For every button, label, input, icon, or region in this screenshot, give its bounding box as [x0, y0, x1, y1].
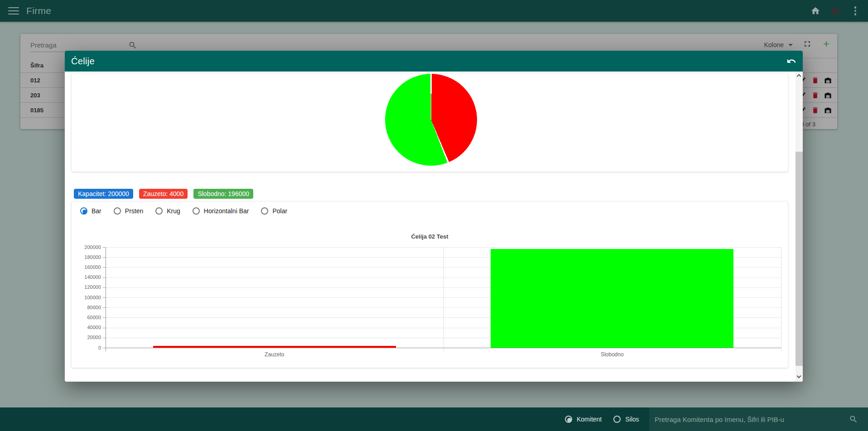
x-axis-label: Zauzeto: [106, 351, 444, 358]
warehouse-icon[interactable]: [824, 77, 832, 84]
undo-icon[interactable]: [786, 56, 796, 66]
sifra-cell: 203: [20, 92, 40, 99]
y-axis-label: 120000: [73, 284, 101, 290]
gridline: [781, 247, 781, 351]
modal-header: Ćelije: [65, 51, 803, 72]
row-actions: [799, 91, 837, 99]
scrollbar-thumb[interactable]: [796, 152, 803, 366]
scope-radio-silos[interactable]: Silos: [613, 416, 639, 423]
scope-radios: KomitentSilos: [565, 407, 639, 431]
y-axis-label: 160000: [73, 264, 101, 270]
chart-type-radios: BarPrstenKrugHorizontalni BarPolar: [80, 207, 287, 215]
y-axis-label: 40000: [73, 325, 101, 330]
celije-modal: Ćelije Kapacitet: 200000Zauzeto: 4000Slo…: [65, 51, 803, 382]
badges-row: Kapacitet: 200000Zauzeto: 4000Slobodno: …: [74, 189, 253, 199]
bottom-search-placeholder: Pretraga Komitenta po Imenu, Šifri ili P…: [655, 416, 784, 423]
scroll-up-icon[interactable]: [797, 74, 801, 79]
y-axis-label: 60000: [73, 315, 101, 320]
search-icon: [128, 41, 137, 50]
chart-type-radio-prsten[interactable]: Prsten: [114, 207, 143, 215]
row-actions: [799, 77, 837, 84]
y-axis-label: 80000: [73, 305, 101, 310]
radio-selected-icon: [565, 416, 572, 423]
delete-icon[interactable]: [811, 77, 819, 84]
radio-label: Bar: [92, 207, 101, 215]
status-badge: Slobodno: 196000: [193, 189, 253, 199]
gridline: [103, 348, 781, 348]
sifra-cell: 012: [20, 77, 40, 84]
status-badge: Zauzeto: 4000: [139, 189, 188, 199]
scroll-down-icon[interactable]: [797, 374, 801, 378]
radio-icon: [193, 207, 200, 215]
radio-label: Polar: [272, 207, 287, 215]
warehouse-icon[interactable]: [824, 106, 832, 114]
radio-label: Horizontalni Bar: [204, 207, 249, 215]
menu-icon[interactable]: [8, 7, 19, 14]
bar-chart-plot: 0200004000060000800001000001200001400001…: [106, 247, 781, 348]
bar-chart-title: Ćelija 02 Test: [72, 233, 788, 240]
radio-icon: [155, 207, 163, 215]
home-icon[interactable]: [810, 5, 821, 16]
modal-scrollbar[interactable]: [796, 72, 803, 382]
table-search-input[interactable]: Pretraga: [30, 38, 119, 52]
y-axis-label: 180000: [73, 254, 101, 260]
bottom-search-input[interactable]: Pretraga Komitenta po Imenu, Šifri ili P…: [649, 407, 868, 431]
status-badge: Kapacitet: 200000: [74, 189, 133, 199]
search-icon[interactable]: [849, 415, 858, 424]
modal-title: Ćelije: [71, 56, 95, 67]
bar-zauzeto: [153, 346, 396, 348]
sifra-cell: 0185: [20, 107, 43, 114]
delete-icon[interactable]: [811, 106, 819, 114]
bar-chart-card: BarPrstenKrugHorizontalni BarPolar Ćelij…: [71, 201, 788, 368]
columns-dropdown[interactable]: Kolone: [764, 41, 793, 48]
chart-type-radio-horizontalni-bar[interactable]: Horizontalni Bar: [193, 207, 249, 215]
radio-icon: [261, 207, 268, 215]
y-axis-label: 0: [73, 345, 101, 350]
bottom-bar: KomitentSilos Pretraga Komitenta po Imen…: [0, 407, 868, 431]
x-axis-label: Slobodno: [444, 351, 781, 358]
bar-slobodno: [491, 249, 733, 348]
more-vert-icon[interactable]: [850, 6, 861, 15]
scope-radio-komitent[interactable]: Komitent: [565, 416, 602, 423]
table-search-placeholder: Pretraga: [30, 41, 57, 49]
chevron-down-icon: [788, 44, 793, 46]
warehouse-icon[interactable]: [824, 91, 832, 99]
y-axis-label: 200000: [73, 244, 101, 250]
row-actions: [799, 106, 837, 114]
radio-selected-icon: [80, 207, 87, 215]
columns-label: Kolone: [764, 41, 784, 48]
app-bar: Firme: [0, 0, 868, 22]
power-icon[interactable]: [830, 5, 841, 16]
radio-label: Silos: [625, 416, 639, 423]
radio-label: Prsten: [125, 207, 143, 215]
y-axis-label: 100000: [73, 295, 101, 300]
app-title: Firme: [26, 5, 51, 16]
chart-type-radio-polar[interactable]: Polar: [261, 207, 287, 215]
gridline: [106, 247, 106, 351]
chart-type-radio-krug[interactable]: Krug: [155, 207, 180, 215]
radio-label: Krug: [167, 207, 180, 215]
pie-chart: [385, 74, 477, 166]
y-axis-label: 140000: [73, 274, 101, 280]
y-axis-label: 20000: [73, 335, 101, 340]
add-button[interactable]: [822, 39, 831, 50]
radio-icon: [613, 416, 621, 423]
pie-chart-card: [71, 73, 788, 172]
radio-icon: [114, 207, 121, 215]
gridline: [444, 247, 444, 351]
fullscreen-icon[interactable]: [803, 39, 812, 50]
delete-icon[interactable]: [811, 91, 819, 99]
chart-type-radio-bar[interactable]: Bar: [80, 207, 101, 215]
radio-label: Komitent: [577, 416, 602, 423]
